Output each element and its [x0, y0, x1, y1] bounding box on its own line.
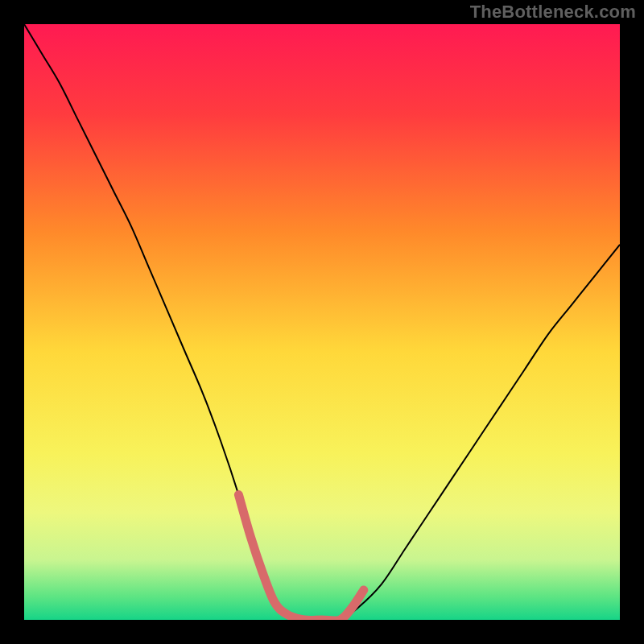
- chart-svg: [24, 24, 620, 620]
- watermark-text: TheBottleneck.com: [470, 2, 636, 23]
- chart-container: TheBottleneck.com: [0, 0, 644, 644]
- plot-area: [24, 24, 620, 620]
- gradient-background: [24, 24, 620, 620]
